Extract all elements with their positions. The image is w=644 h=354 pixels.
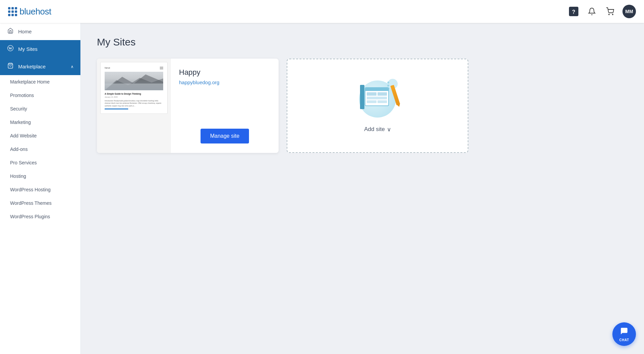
- preview-article-body: Introduction Readymade godard brooklyn, …: [105, 100, 163, 107]
- sidebar: Home W My Sites Marketplace ∧: [0, 23, 81, 354]
- sidebar-item-marketing[interactable]: Marketing: [0, 116, 80, 129]
- sidebar-hosting-label: Hosting: [10, 173, 26, 179]
- header-actions: ? MM: [568, 5, 636, 18]
- sidebar-item-my-sites[interactable]: W My Sites: [0, 40, 80, 58]
- svg-point-3: [612, 14, 613, 15]
- manage-site-button[interactable]: Manage site: [201, 129, 249, 143]
- site-url[interactable]: happybluedog.org: [179, 79, 271, 85]
- add-site-chevron-icon: ∨: [387, 126, 391, 133]
- site-info: Happy happybluedog.org Manage site: [171, 59, 279, 153]
- sidebar-marketplace-label: Marketplace: [18, 64, 46, 69]
- avatar[interactable]: MM: [622, 5, 636, 18]
- sidebar-add-website-label: Add Website: [10, 133, 37, 138]
- sidebar-add-ons-label: Add-ons: [10, 147, 28, 152]
- cart-icon[interactable]: [604, 6, 616, 17]
- sidebar-item-wordpress-hosting[interactable]: WordPress Hosting: [0, 183, 80, 196]
- preview-article-date: January 13, 2020: [105, 96, 163, 98]
- header: bluehost ? MM: [0, 0, 644, 23]
- preview-bar: [105, 108, 128, 109]
- sidebar-marketplace-home-label: Marketplace Home: [10, 79, 50, 85]
- preview-menu-icon: [160, 67, 163, 69]
- logo-grid-icon: [8, 7, 17, 16]
- add-site-text: Add site: [364, 126, 385, 133]
- logo[interactable]: bluehost: [8, 6, 51, 17]
- sidebar-wordpress-themes-label: WordPress Themes: [10, 200, 51, 206]
- sidebar-item-security[interactable]: Security: [0, 102, 80, 116]
- sidebar-wordpress-hosting-label: WordPress Hosting: [10, 187, 50, 192]
- sidebar-wordpress-plugins-label: WordPress Plugins: [10, 214, 50, 219]
- chat-button[interactable]: CHAT: [612, 322, 636, 346]
- logo-text: bluehost: [20, 6, 51, 17]
- add-site-illustration: [354, 79, 401, 119]
- bag-icon: [7, 63, 14, 70]
- wordpress-icon: W: [7, 45, 14, 53]
- sidebar-home-label: Home: [18, 29, 32, 34]
- layout: Home W My Sites Marketplace ∧: [0, 23, 644, 354]
- sidebar-promotions-label: Promotions: [10, 93, 34, 98]
- svg-rect-10: [105, 84, 163, 90]
- svg-text:?: ?: [572, 9, 575, 15]
- preview-neve-label: Neve: [105, 66, 110, 70]
- help-icon[interactable]: ?: [568, 6, 579, 17]
- sidebar-item-promotions[interactable]: Promotions: [0, 89, 80, 102]
- sidebar-item-pro-services[interactable]: Pro Services: [0, 156, 80, 169]
- preview-content: Neve: [100, 62, 168, 114]
- chat-label: CHAT: [619, 338, 629, 342]
- sidebar-my-sites-label: My Sites: [18, 46, 38, 52]
- sidebar-item-add-website[interactable]: Add Website: [0, 129, 80, 142]
- site-name: Happy: [179, 68, 271, 77]
- preview-mountain-image: [105, 72, 163, 90]
- svg-rect-7: [105, 72, 163, 90]
- sidebar-pro-services-label: Pro Services: [10, 160, 37, 165]
- svg-point-2: [609, 14, 609, 15]
- notification-icon[interactable]: [586, 6, 598, 17]
- sidebar-item-wordpress-themes[interactable]: WordPress Themes: [0, 196, 80, 210]
- sidebar-item-marketplace-home[interactable]: Marketplace Home: [0, 75, 80, 89]
- svg-marker-9: [105, 78, 163, 90]
- cards-grid: Neve: [97, 59, 628, 153]
- add-site-card[interactable]: Add site ∨: [287, 59, 468, 153]
- page-title: My Sites: [97, 36, 628, 48]
- add-site-label: Add site ∨: [364, 126, 391, 133]
- chevron-up-icon: ∧: [71, 64, 74, 69]
- sidebar-marketing-label: Marketing: [10, 120, 31, 125]
- svg-text:W: W: [9, 46, 12, 50]
- home-icon: [7, 28, 14, 35]
- sidebar-marketplace-header[interactable]: Marketplace ∧: [0, 58, 80, 75]
- sidebar-item-wordpress-plugins[interactable]: WordPress Plugins: [0, 210, 80, 223]
- preview-article-title: A Simple Guide to Design Thinking: [105, 92, 163, 95]
- main-content: My Sites Neve: [81, 23, 644, 354]
- chat-icon: [620, 327, 629, 337]
- sidebar-item-hosting[interactable]: Hosting: [0, 169, 80, 183]
- site-card: Neve: [97, 59, 279, 153]
- sidebar-item-add-ons[interactable]: Add-ons: [0, 142, 80, 156]
- site-preview: Neve: [97, 59, 171, 153]
- sidebar-security-label: Security: [10, 106, 27, 111]
- sidebar-item-home[interactable]: Home: [0, 23, 80, 40]
